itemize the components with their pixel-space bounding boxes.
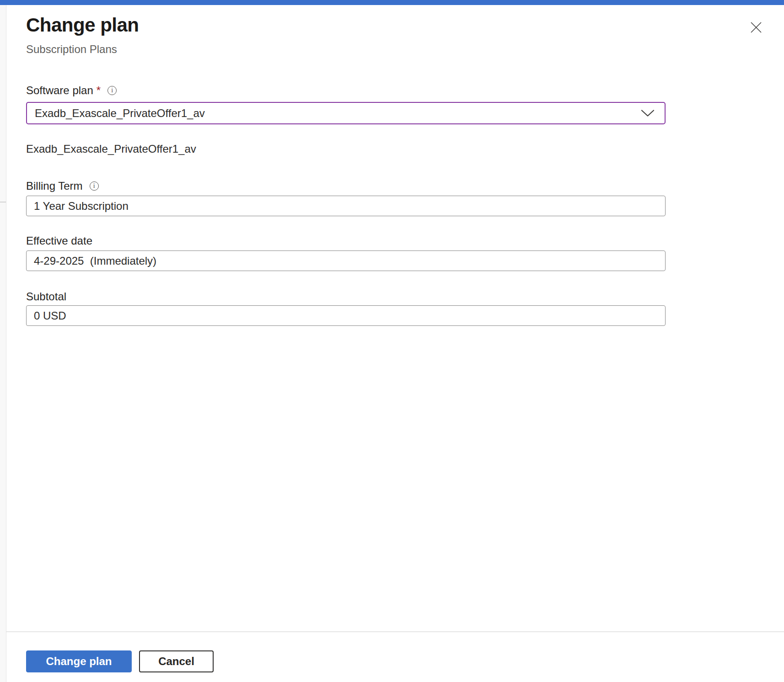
change-plan-button[interactable]: Change plan <box>26 650 132 672</box>
subtotal-label-row: Subtotal <box>26 290 66 303</box>
software-plan-dropdown[interactable]: Exadb_Exascale_PrivateOffer1_av <box>26 102 666 124</box>
software-plan-dropdown-value: Exadb_Exascale_PrivateOffer1_av <box>35 107 205 120</box>
billing-term-label: Billing Term <box>26 180 83 192</box>
footer-button-row: Change plan Cancel <box>26 650 214 672</box>
info-icon[interactable]: i <box>107 86 117 95</box>
background-page-divider <box>0 202 6 202</box>
chevron-down-icon <box>641 109 655 117</box>
software-plan-label: Software plan <box>26 84 93 97</box>
page-subtitle: Subscription Plans <box>26 43 117 56</box>
background-page-edge <box>0 5 6 682</box>
effective-date-label-row: Effective date <box>26 234 92 247</box>
subtotal-label: Subtotal <box>26 290 66 303</box>
billing-term-input[interactable] <box>26 196 666 216</box>
subtotal-input[interactable] <box>26 305 666 326</box>
cancel-button[interactable]: Cancel <box>139 650 214 672</box>
billing-term-label-row: Billing Term i <box>26 180 99 192</box>
effective-date-input[interactable] <box>26 250 666 271</box>
software-plan-label-row: Software plan * i <box>26 84 117 97</box>
required-asterisk: * <box>97 84 101 97</box>
close-icon <box>750 21 762 33</box>
close-button[interactable] <box>748 20 764 35</box>
info-icon[interactable]: i <box>90 181 99 191</box>
effective-date-label: Effective date <box>26 234 92 247</box>
footer-divider <box>6 631 784 632</box>
software-plan-description: Exadb_Exascale_PrivateOffer1_av <box>26 142 196 156</box>
change-plan-panel: Change plan Subscription Plans Software … <box>6 5 784 682</box>
page-title: Change plan <box>26 13 139 37</box>
top-accent-bar <box>0 0 784 5</box>
